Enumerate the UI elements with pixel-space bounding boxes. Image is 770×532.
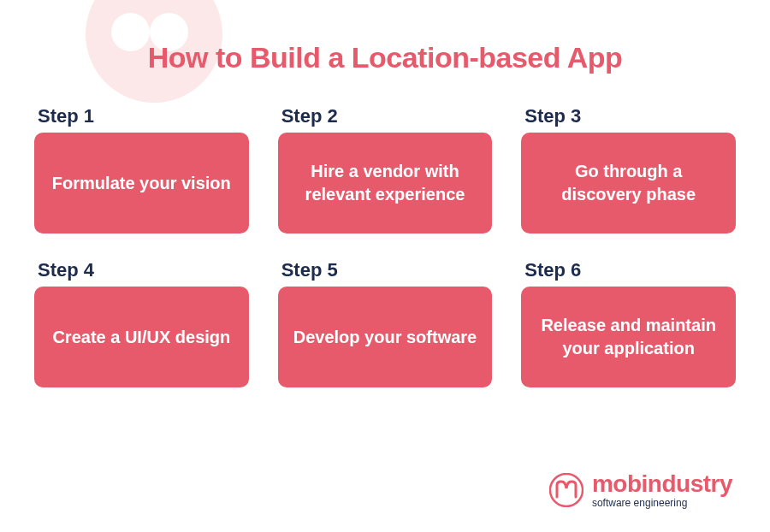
step-2: Step 2 Hire a vendor with relevant exper… xyxy=(278,105,493,233)
step-4: Step 4 Create a UI/UX design xyxy=(34,259,249,387)
step-label: Step 1 xyxy=(34,105,249,127)
step-card: Hire a vendor with relevant experience xyxy=(278,133,493,233)
steps-grid: Step 1 Formulate your vision Step 2 Hire… xyxy=(0,105,770,387)
step-card: Develop your software xyxy=(278,287,493,387)
step-card: Formulate your vision xyxy=(34,133,249,233)
step-3: Step 3 Go through a discovery phase xyxy=(521,105,736,233)
page-title: How to Build a Location-based App xyxy=(0,0,770,105)
brand-tagline: software engineering xyxy=(592,498,732,508)
svg-point-0 xyxy=(550,474,583,506)
step-1: Step 1 Formulate your vision xyxy=(34,105,249,233)
step-label: Step 3 xyxy=(521,105,736,127)
step-5: Step 5 Develop your software xyxy=(278,259,493,387)
step-label: Step 6 xyxy=(521,259,736,281)
step-card: Go through a discovery phase xyxy=(521,133,736,233)
brand-text: mobindustry software engineering xyxy=(592,472,732,508)
step-label: Step 2 xyxy=(278,105,493,127)
step-label: Step 5 xyxy=(278,259,493,281)
brand-logo: mobindustry software engineering xyxy=(549,472,732,508)
step-6: Step 6 Release and maintain your applica… xyxy=(521,259,736,387)
mobindustry-icon xyxy=(549,473,583,507)
step-card: Create a UI/UX design xyxy=(34,287,249,387)
step-label: Step 4 xyxy=(34,259,249,281)
brand-name: mobindustry xyxy=(592,472,732,496)
step-card: Release and maintain your application xyxy=(521,287,736,387)
